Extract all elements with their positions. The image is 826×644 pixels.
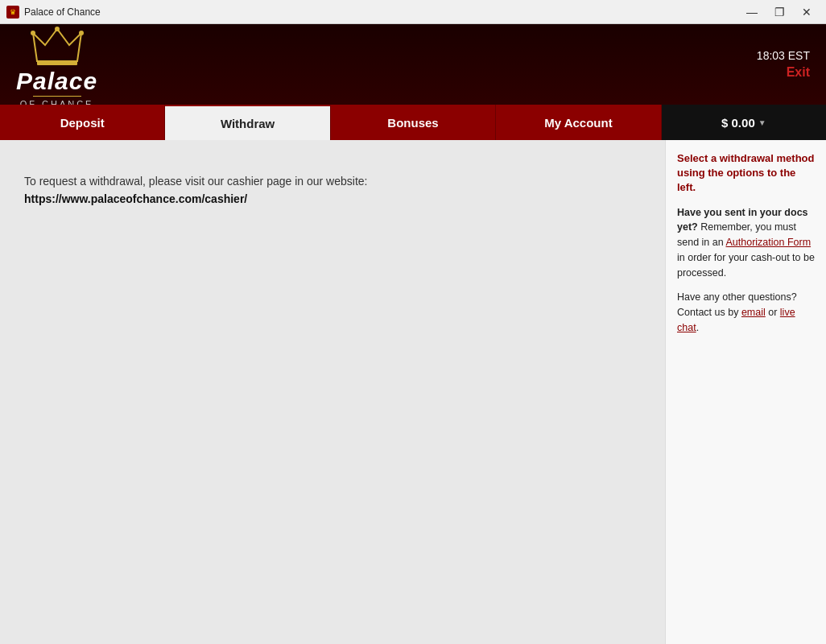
- email-link[interactable]: email: [741, 307, 766, 318]
- balance-amount: $ 0.00: [721, 116, 755, 130]
- sidebar-contact-suffix: .: [696, 322, 699, 333]
- svg-point-1: [55, 27, 60, 31]
- app-icon: ♛: [6, 6, 19, 19]
- logo-crown-svg: [29, 25, 85, 73]
- main-content: To request a withdrawal, please visit ou…: [0, 140, 826, 644]
- close-button[interactable]: ✕: [794, 3, 820, 21]
- restore-button[interactable]: ❐: [766, 3, 792, 21]
- withdrawal-message: To request a withdrawal, please visit ou…: [24, 172, 641, 208]
- message-line1: To request a withdrawal, please visit ou…: [24, 175, 367, 188]
- header-right: 18:03 EST Exit: [757, 49, 810, 80]
- content-scroll[interactable]: To request a withdrawal, please visit ou…: [0, 140, 665, 644]
- window-controls: — ❐ ✕: [739, 3, 820, 21]
- app-container: Palace of Chance 18:03 EST Exit Deposit …: [0, 24, 826, 644]
- nav-bar: Deposit Withdraw Bonuses My Account $ 0.…: [0, 105, 826, 140]
- titlebar: ♛ Palace of Chance — ❐ ✕: [0, 0, 826, 24]
- clock: 18:03 EST: [757, 49, 810, 62]
- sidebar-select-text: Select a withdrawal method using the opt…: [677, 151, 815, 196]
- svg-rect-4: [37, 61, 77, 65]
- titlebar-left: ♛ Palace of Chance: [6, 6, 101, 19]
- content-inner: To request a withdrawal, please visit ou…: [0, 140, 665, 644]
- minimize-button[interactable]: —: [739, 3, 765, 21]
- tab-deposit[interactable]: Deposit: [0, 105, 165, 140]
- sidebar: Select a withdrawal method using the opt…: [665, 140, 826, 644]
- tab-my-account[interactable]: My Account: [496, 105, 661, 140]
- window-title: Palace of Chance: [24, 6, 101, 18]
- balance-button[interactable]: $ 0.00 ▼: [662, 105, 826, 140]
- sidebar-contact-section: Have any other questions? Contact us by …: [677, 290, 815, 335]
- message-url: https://www.palaceofchance.com/cashier/: [24, 192, 247, 205]
- content-area: To request a withdrawal, please visit ou…: [0, 140, 665, 644]
- sidebar-auth-suffix: in order for your cash-out to be process…: [677, 252, 815, 279]
- logo-area: Palace of Chance: [16, 21, 97, 109]
- svg-marker-0: [33, 29, 81, 61]
- sidebar-contact-or: or: [766, 307, 780, 318]
- tab-withdraw[interactable]: Withdraw: [165, 105, 330, 140]
- svg-point-2: [31, 31, 35, 35]
- exit-link[interactable]: Exit: [757, 65, 810, 80]
- svg-point-3: [79, 31, 84, 35]
- authorization-form-link[interactable]: Authorization Form: [725, 237, 811, 248]
- header: Palace of Chance 18:03 EST Exit: [0, 24, 826, 105]
- sidebar-docs-section: Have you sent in your docs yet? Remember…: [677, 205, 815, 281]
- balance-dropdown-icon: ▼: [758, 118, 766, 127]
- tab-bonuses[interactable]: Bonuses: [331, 105, 496, 140]
